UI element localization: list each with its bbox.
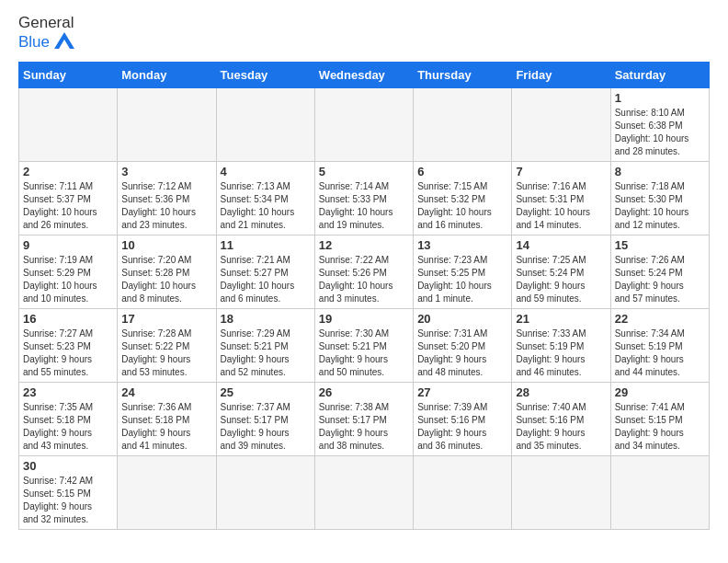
day-number: 18 <box>221 312 311 326</box>
day-number: 12 <box>319 238 409 252</box>
calendar-cell: 13Sunrise: 7:23 AM Sunset: 5:25 PM Dayli… <box>414 235 512 308</box>
calendar-cell: 26Sunrise: 7:38 AM Sunset: 5:17 PM Dayli… <box>314 382 413 455</box>
calendar-cell: 29Sunrise: 7:41 AM Sunset: 5:15 PM Dayli… <box>610 382 709 455</box>
day-number: 14 <box>516 238 606 252</box>
day-info: Sunrise: 7:16 AM Sunset: 5:31 PM Dayligh… <box>516 180 606 232</box>
day-info: Sunrise: 7:41 AM Sunset: 5:15 PM Dayligh… <box>615 401 705 453</box>
calendar-cell: 18Sunrise: 7:29 AM Sunset: 5:21 PM Dayli… <box>216 308 314 382</box>
day-info: Sunrise: 7:11 AM Sunset: 5:37 PM Dayligh… <box>23 180 113 232</box>
day-number: 28 <box>516 385 606 399</box>
day-info: Sunrise: 7:27 AM Sunset: 5:23 PM Dayligh… <box>23 327 113 379</box>
day-number: 15 <box>615 238 705 252</box>
day-info: Sunrise: 7:18 AM Sunset: 5:30 PM Dayligh… <box>615 180 705 232</box>
day-info: Sunrise: 7:29 AM Sunset: 5:21 PM Dayligh… <box>221 327 311 379</box>
day-info: Sunrise: 7:31 AM Sunset: 5:20 PM Dayligh… <box>417 327 507 379</box>
calendar-row-1: 2Sunrise: 7:11 AM Sunset: 5:37 PM Daylig… <box>19 161 710 235</box>
day-info: Sunrise: 7:42 AM Sunset: 5:15 PM Dayligh… <box>23 475 113 526</box>
calendar-cell: 3Sunrise: 7:12 AM Sunset: 5:36 PM Daylig… <box>118 161 216 235</box>
day-number: 11 <box>221 238 311 252</box>
calendar-cell: 24Sunrise: 7:36 AM Sunset: 5:18 PM Dayli… <box>118 382 216 455</box>
day-info: Sunrise: 7:38 AM Sunset: 5:17 PM Dayligh… <box>319 401 409 453</box>
day-number: 16 <box>23 312 113 326</box>
calendar-cell: 1Sunrise: 8:10 AM Sunset: 6:38 PM Daylig… <box>610 87 709 161</box>
calendar-cell <box>512 455 610 529</box>
logo-blue-text: Blue <box>18 34 50 52</box>
day-info: Sunrise: 7:39 AM Sunset: 5:16 PM Dayligh… <box>417 401 507 453</box>
day-number: 19 <box>319 312 409 326</box>
weekday-header-row: SundayMondayTuesdayWednesdayThursdayFrid… <box>19 62 710 87</box>
weekday-saturday: Saturday <box>610 62 709 87</box>
calendar-cell: 28Sunrise: 7:40 AM Sunset: 5:16 PM Dayli… <box>512 382 610 455</box>
calendar-cell: 17Sunrise: 7:28 AM Sunset: 5:22 PM Dayli… <box>118 308 216 382</box>
calendar-cell: 10Sunrise: 7:20 AM Sunset: 5:28 PM Dayli… <box>118 235 216 308</box>
calendar-row-4: 23Sunrise: 7:35 AM Sunset: 5:18 PM Dayli… <box>19 382 710 455</box>
calendar-row-5: 30Sunrise: 7:42 AM Sunset: 5:15 PM Dayli… <box>19 455 710 529</box>
calendar-cell: 23Sunrise: 7:35 AM Sunset: 5:18 PM Dayli… <box>19 382 118 455</box>
calendar-cell: 5Sunrise: 7:14 AM Sunset: 5:33 PM Daylig… <box>314 161 413 235</box>
day-info: Sunrise: 7:34 AM Sunset: 5:19 PM Dayligh… <box>615 327 705 379</box>
calendar-cell: 19Sunrise: 7:30 AM Sunset: 5:21 PM Dayli… <box>314 308 413 382</box>
calendar-cell <box>414 455 512 529</box>
weekday-tuesday: Tuesday <box>216 62 314 87</box>
calendar-cell <box>216 455 314 529</box>
calendar-cell: 4Sunrise: 7:13 AM Sunset: 5:34 PM Daylig… <box>216 161 314 235</box>
day-number: 4 <box>221 165 311 178</box>
day-number: 25 <box>221 385 311 399</box>
day-info: Sunrise: 7:19 AM Sunset: 5:29 PM Dayligh… <box>23 254 113 305</box>
calendar-cell <box>512 87 610 161</box>
day-number: 26 <box>319 385 409 399</box>
calendar-row-2: 9Sunrise: 7:19 AM Sunset: 5:29 PM Daylig… <box>19 235 710 308</box>
day-info: Sunrise: 7:33 AM Sunset: 5:19 PM Dayligh… <box>516 327 606 379</box>
day-number: 2 <box>23 165 113 178</box>
weekday-friday: Friday <box>512 62 610 87</box>
day-number: 5 <box>319 165 409 178</box>
day-number: 20 <box>417 312 507 326</box>
calendar-cell <box>314 87 413 161</box>
logo-triangle-icon <box>54 32 74 52</box>
calendar-cell <box>314 455 413 529</box>
day-info: Sunrise: 7:13 AM Sunset: 5:34 PM Dayligh… <box>221 180 311 232</box>
calendar-row-0: 1Sunrise: 8:10 AM Sunset: 6:38 PM Daylig… <box>19 87 710 161</box>
day-info: Sunrise: 7:12 AM Sunset: 5:36 PM Dayligh… <box>121 180 211 232</box>
day-number: 1 <box>615 91 705 105</box>
logo-text: General <box>18 15 74 32</box>
calendar-cell: 6Sunrise: 7:15 AM Sunset: 5:32 PM Daylig… <box>414 161 512 235</box>
day-info: Sunrise: 7:35 AM Sunset: 5:18 PM Dayligh… <box>23 401 113 453</box>
day-info: Sunrise: 7:20 AM Sunset: 5:28 PM Dayligh… <box>121 254 211 305</box>
calendar-cell <box>216 87 314 161</box>
day-info: Sunrise: 7:21 AM Sunset: 5:27 PM Dayligh… <box>221 254 311 305</box>
calendar-cell: 7Sunrise: 7:16 AM Sunset: 5:31 PM Daylig… <box>512 161 610 235</box>
calendar-cell: 9Sunrise: 7:19 AM Sunset: 5:29 PM Daylig… <box>19 235 118 308</box>
calendar-cell: 21Sunrise: 7:33 AM Sunset: 5:19 PM Dayli… <box>512 308 610 382</box>
day-info: Sunrise: 7:22 AM Sunset: 5:26 PM Dayligh… <box>319 254 409 305</box>
calendar-cell <box>610 455 709 529</box>
page: General Blue SundayMondayTuesdayW <box>0 0 728 548</box>
day-number: 29 <box>615 385 705 399</box>
day-info: Sunrise: 7:40 AM Sunset: 5:16 PM Dayligh… <box>516 401 606 453</box>
calendar-cell <box>118 455 216 529</box>
day-info: Sunrise: 7:25 AM Sunset: 5:24 PM Dayligh… <box>516 254 606 305</box>
logo: General Blue <box>18 15 74 54</box>
calendar-cell: 20Sunrise: 7:31 AM Sunset: 5:20 PM Dayli… <box>414 308 512 382</box>
calendar-cell: 8Sunrise: 7:18 AM Sunset: 5:30 PM Daylig… <box>610 161 709 235</box>
day-number: 21 <box>516 312 606 326</box>
calendar-cell <box>414 87 512 161</box>
day-number: 23 <box>23 385 113 399</box>
day-number: 7 <box>516 165 606 178</box>
calendar-cell <box>118 87 216 161</box>
calendar-cell: 30Sunrise: 7:42 AM Sunset: 5:15 PM Dayli… <box>19 455 118 529</box>
day-info: Sunrise: 7:37 AM Sunset: 5:17 PM Dayligh… <box>221 401 311 453</box>
calendar: SundayMondayTuesdayWednesdayThursdayFrid… <box>18 62 710 530</box>
day-number: 24 <box>121 385 211 399</box>
day-info: Sunrise: 7:28 AM Sunset: 5:22 PM Dayligh… <box>121 327 211 379</box>
weekday-wednesday: Wednesday <box>314 62 413 87</box>
weekday-thursday: Thursday <box>414 62 512 87</box>
day-info: Sunrise: 7:30 AM Sunset: 5:21 PM Dayligh… <box>319 327 409 379</box>
header: General Blue <box>18 15 710 54</box>
calendar-row-3: 16Sunrise: 7:27 AM Sunset: 5:23 PM Dayli… <box>19 308 710 382</box>
day-info: Sunrise: 7:36 AM Sunset: 5:18 PM Dayligh… <box>121 401 211 453</box>
day-number: 9 <box>23 238 113 252</box>
day-number: 10 <box>121 238 211 252</box>
day-number: 6 <box>417 165 507 178</box>
calendar-cell: 16Sunrise: 7:27 AM Sunset: 5:23 PM Dayli… <box>19 308 118 382</box>
